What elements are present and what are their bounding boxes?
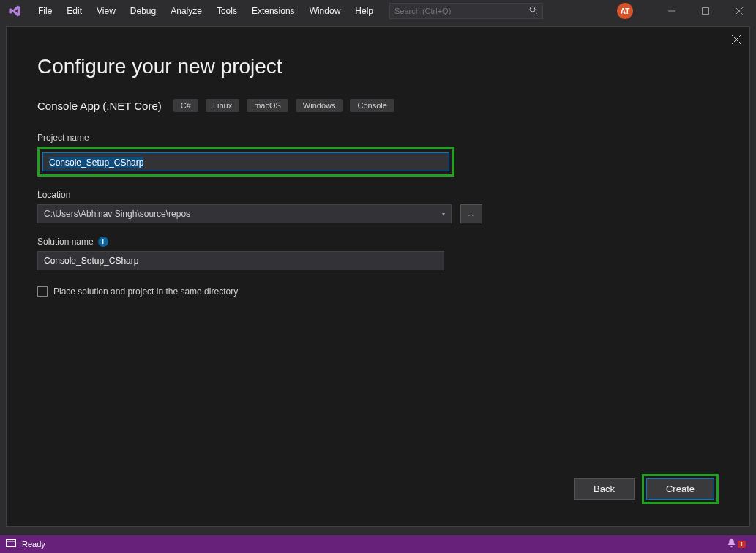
main-menu: File Edit View Debug Analyze Tools Exten… [31,2,381,20]
same-directory-label: Place solution and project in the same d… [53,286,238,297]
location-row: C:\Users\Abhinav Singh\source\repos ▾ … [37,204,482,223]
location-value: C:\Users\Abhinav Singh\source\repos [44,209,190,219]
location-label: Location [37,190,719,200]
notification-count: 1 [738,541,746,548]
user-avatar[interactable]: AT [617,3,633,19]
svg-line-1 [535,12,537,14]
menu-debug[interactable]: Debug [123,2,163,20]
project-template-name: Console App (.NET Core) [37,100,162,112]
create-button-highlight: Create [642,474,719,504]
status-window-icon [6,539,16,549]
location-combo[interactable]: C:\Users\Abhinav Singh\source\repos ▾ [37,204,452,223]
subtitle-row: Console App (.NET Core) C# Linux macOS W… [37,99,719,112]
solution-name-label-text: Solution name [37,237,94,247]
tag-linux: Linux [206,99,239,112]
solution-name-input[interactable] [37,251,444,270]
menu-extensions[interactable]: Extensions [244,2,302,20]
svg-rect-8 [7,540,16,547]
tag-macos: macOS [247,99,288,112]
menu-tools[interactable]: Tools [209,2,244,20]
same-directory-checkbox-row[interactable]: Place solution and project in the same d… [37,286,719,297]
solution-name-label: Solution name i [37,237,719,247]
back-button[interactable]: Back [574,478,635,500]
browse-button[interactable]: … [460,204,482,223]
close-button[interactable] [722,0,756,22]
dialog-footer: Back Create [37,474,719,511]
info-icon[interactable]: i [98,237,108,247]
same-directory-checkbox[interactable] [37,286,48,297]
menu-help[interactable]: Help [348,2,381,20]
status-ready: Ready [22,540,45,549]
menu-file[interactable]: File [31,2,59,20]
svg-rect-3 [703,8,709,15]
dialog-title: Configure your new project [37,55,719,78]
maximize-button[interactable] [689,0,722,22]
project-name-label: Project name [37,133,719,143]
search-input[interactable] [394,7,529,15]
title-bar: File Edit View Debug Analyze Tools Exten… [0,0,756,22]
dialog-close-icon[interactable] [732,34,741,46]
status-bar: Ready 1 [0,535,756,553]
tag-console: Console [350,99,394,112]
tag-csharp: C# [173,99,198,112]
chevron-down-icon: ▾ [442,211,445,218]
window-controls [655,0,756,22]
vs-logo-icon [6,2,23,20]
menu-view[interactable]: View [89,2,123,20]
minimize-button[interactable] [655,0,689,22]
menu-analyze[interactable]: Analyze [163,2,209,20]
search-icon [529,6,538,16]
project-name-value: Console_Setup_CSharp [49,157,143,168]
search-box[interactable] [389,3,543,19]
menu-edit[interactable]: Edit [59,2,89,20]
project-name-highlight: Console_Setup_CSharp [37,147,454,177]
bell-icon [727,538,736,550]
svg-point-0 [530,7,535,12]
notification-badge[interactable]: 1 [727,538,746,550]
new-project-dialog: Configure your new project Console App (… [6,26,750,527]
menu-window[interactable]: Window [302,2,348,20]
project-name-input[interactable]: Console_Setup_CSharp [42,152,449,171]
tag-windows: Windows [296,99,343,112]
create-button[interactable]: Create [646,478,714,500]
